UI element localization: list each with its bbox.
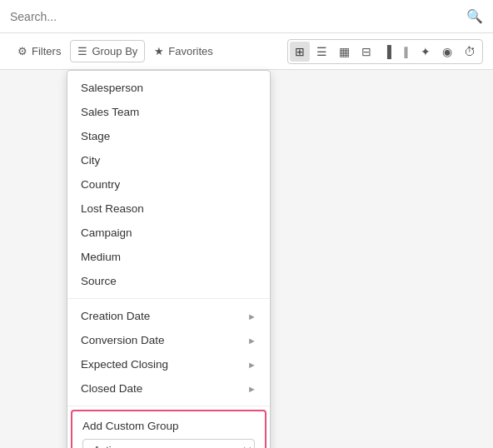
groupby-icon: ☰ [77, 45, 87, 57]
custom-group-select[interactable]: Active Inactive [82, 439, 255, 448]
chevron-right-icon: ► [247, 336, 256, 346]
favorites-button[interactable]: ★ Favorites [147, 40, 220, 62]
map-view-button[interactable]: ◉ [437, 42, 457, 62]
favorites-label: Favorites [168, 45, 212, 57]
calendar-view-button[interactable]: ▦ [334, 42, 355, 62]
list-view-button[interactable]: ☰ [311, 42, 332, 62]
groupby-dropdown: Salesperson Sales Team Stage City Countr… [67, 70, 271, 448]
clock-view-button[interactable]: ⏱ [459, 42, 481, 62]
expected-closing-item[interactable]: Expected Closing ► [67, 352, 270, 376]
conversion-date-item[interactable]: Conversion Date ► [67, 328, 270, 352]
chevron-right-icon: ► [247, 384, 256, 394]
toolbar-left: ⚙ Filters ☰ Group By ★ Favorites [10, 40, 284, 62]
view-icons-group: ⊞ ☰ ▦ ⊟ ▐ ∥ ✦ ◉ ⏱ [287, 39, 483, 64]
star-icon: ★ [154, 45, 164, 57]
list-item[interactable]: Lost Reason [67, 197, 270, 221]
chevron-right-icon: ► [247, 311, 256, 321]
list-item[interactable]: Source [67, 269, 270, 293]
list-item[interactable]: City [67, 148, 270, 172]
line-chart-view-button[interactable]: ∥ [398, 42, 414, 62]
filters-button[interactable]: ⚙ Filters [10, 40, 68, 62]
list-item[interactable]: Salesperson [67, 76, 270, 100]
add-custom-group-label[interactable]: Add Custom Group [82, 420, 255, 432]
pivot-view-button[interactable]: ⊟ [356, 42, 376, 62]
search-input[interactable] [10, 10, 466, 23]
list-item[interactable]: Sales Team [67, 100, 270, 124]
date-items-section: Creation Date ► Conversion Date ► Expect… [67, 299, 270, 406]
list-item[interactable]: Country [67, 172, 270, 197]
chevron-right-icon: ► [247, 360, 256, 370]
search-icon: 🔍 [466, 8, 483, 24]
kanban-view-button[interactable]: ⊞ [290, 42, 310, 62]
filter-icon: ⚙ [17, 45, 27, 57]
closed-date-item[interactable]: Closed Date ► [67, 376, 270, 401]
filters-label: Filters [32, 45, 61, 57]
custom-group-section: Add Custom Group Active Inactive APPLY [71, 410, 266, 448]
list-item[interactable]: Medium [67, 245, 270, 269]
groupby-label: Group By [92, 45, 137, 57]
toolbar: ⚙ Filters ☰ Group By ★ Favorites ⊞ ☰ ▦ ⊟… [0, 33, 493, 70]
activity-view-button[interactable]: ✦ [416, 42, 436, 62]
bar-chart-view-button[interactable]: ▐ [378, 42, 396, 62]
list-item[interactable]: Stage [67, 124, 270, 148]
groupby-button[interactable]: ☰ Group By [70, 40, 145, 62]
list-item[interactable]: Campaign [67, 221, 270, 245]
search-bar: 🔍 [0, 0, 493, 33]
creation-date-item[interactable]: Creation Date ► [67, 304, 270, 328]
simple-items-section: Salesperson Sales Team Stage City Countr… [67, 71, 270, 299]
